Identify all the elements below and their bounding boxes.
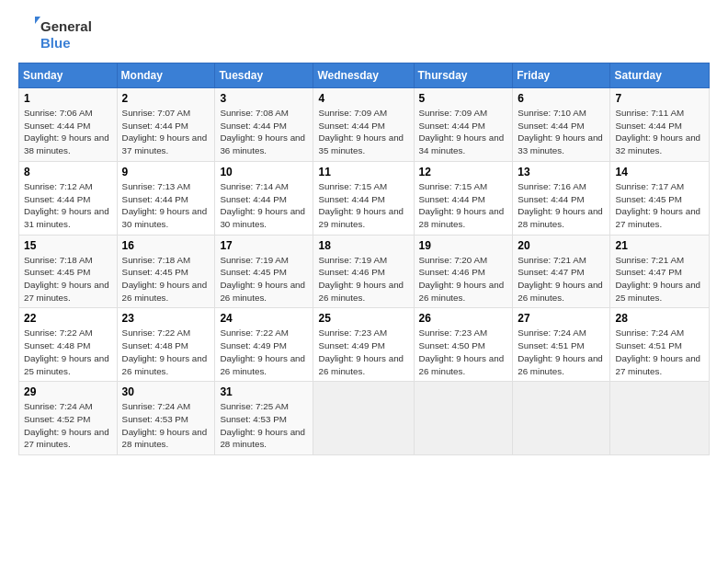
day-info: Sunrise: 7:15 AMSunset: 4:44 PMDaylight:… <box>318 180 408 231</box>
day-info: Sunrise: 7:14 AMSunset: 4:44 PMDaylight:… <box>220 180 308 231</box>
day-info: Sunrise: 7:19 AMSunset: 4:46 PMDaylight:… <box>318 254 408 304</box>
svg-text:Blue: Blue <box>40 35 71 51</box>
calendar-cell: 16Sunrise: 7:18 AMSunset: 4:45 PMDayligh… <box>117 235 215 308</box>
day-info: Sunrise: 7:19 AMSunset: 4:45 PMDaylight:… <box>220 254 308 304</box>
calendar-cell: 6Sunrise: 7:10 AMSunset: 4:44 PMDaylight… <box>513 88 610 162</box>
day-number: 24 <box>220 312 308 325</box>
calendar-header-saturday: Saturday <box>610 63 710 88</box>
calendar-cell: 10Sunrise: 7:14 AMSunset: 4:44 PMDayligh… <box>215 161 313 235</box>
calendar-header-monday: Monday <box>117 63 215 88</box>
day-info: Sunrise: 7:11 AMSunset: 4:44 PMDaylight:… <box>615 107 704 157</box>
calendar-cell: 14Sunrise: 7:17 AMSunset: 4:45 PMDayligh… <box>610 161 710 235</box>
page-container: General Blue SundayMondayTuesdayWednesda… <box>0 0 728 563</box>
calendar-cell: 26Sunrise: 7:23 AMSunset: 4:50 PMDayligh… <box>414 308 513 382</box>
day-number: 15 <box>24 239 112 252</box>
day-info: Sunrise: 7:21 AMSunset: 4:47 PMDaylight:… <box>615 254 704 304</box>
day-number: 3 <box>220 92 308 105</box>
logo: General Blue <box>18 15 101 53</box>
day-info: Sunrise: 7:22 AMSunset: 4:49 PMDaylight:… <box>220 327 308 377</box>
calendar-cell: 24Sunrise: 7:22 AMSunset: 4:49 PMDayligh… <box>215 308 313 382</box>
calendar-week-row: 29Sunrise: 7:24 AMSunset: 4:52 PMDayligh… <box>19 382 710 455</box>
day-info: Sunrise: 7:24 AMSunset: 4:52 PMDaylight:… <box>24 400 112 451</box>
calendar-cell: 22Sunrise: 7:22 AMSunset: 4:48 PMDayligh… <box>19 308 118 382</box>
calendar-cell: 19Sunrise: 7:20 AMSunset: 4:46 PMDayligh… <box>414 235 513 308</box>
calendar-cell: 2Sunrise: 7:07 AMSunset: 4:44 PMDaylight… <box>117 88 215 162</box>
day-info: Sunrise: 7:24 AMSunset: 4:51 PMDaylight:… <box>518 327 605 377</box>
day-info: Sunrise: 7:20 AMSunset: 4:46 PMDaylight:… <box>419 254 508 304</box>
day-number: 19 <box>419 239 508 252</box>
day-number: 14 <box>615 166 704 178</box>
calendar-cell: 7Sunrise: 7:11 AMSunset: 4:44 PMDaylight… <box>610 88 710 162</box>
day-number: 11 <box>318 166 408 178</box>
calendar-cell <box>610 382 710 455</box>
day-number: 12 <box>419 166 508 178</box>
calendar-table: SundayMondayTuesdayWednesdayThursdayFrid… <box>18 63 710 455</box>
calendar-week-row: 15Sunrise: 7:18 AMSunset: 4:45 PMDayligh… <box>19 235 710 308</box>
day-info: Sunrise: 7:07 AMSunset: 4:44 PMDaylight:… <box>122 107 210 157</box>
day-number: 25 <box>318 312 408 325</box>
calendar-header-friday: Friday <box>513 63 610 88</box>
day-info: Sunrise: 7:12 AMSunset: 4:44 PMDaylight:… <box>24 180 112 231</box>
day-info: Sunrise: 7:22 AMSunset: 4:48 PMDaylight:… <box>24 327 112 377</box>
calendar-cell: 25Sunrise: 7:23 AMSunset: 4:49 PMDayligh… <box>313 308 414 382</box>
day-number: 29 <box>24 385 112 398</box>
calendar-header-wednesday: Wednesday <box>313 63 414 88</box>
calendar-week-row: 22Sunrise: 7:22 AMSunset: 4:48 PMDayligh… <box>19 308 710 382</box>
day-number: 5 <box>419 92 508 105</box>
calendar-cell: 30Sunrise: 7:24 AMSunset: 4:53 PMDayligh… <box>117 382 215 455</box>
calendar-cell: 15Sunrise: 7:18 AMSunset: 4:45 PMDayligh… <box>19 235 118 308</box>
calendar-cell: 9Sunrise: 7:13 AMSunset: 4:44 PMDaylight… <box>117 161 215 235</box>
calendar-cell: 23Sunrise: 7:22 AMSunset: 4:48 PMDayligh… <box>117 308 215 382</box>
day-number: 6 <box>518 92 605 105</box>
calendar-cell: 21Sunrise: 7:21 AMSunset: 4:47 PMDayligh… <box>610 235 710 308</box>
day-number: 21 <box>615 239 704 252</box>
day-info: Sunrise: 7:15 AMSunset: 4:44 PMDaylight:… <box>419 180 508 231</box>
day-info: Sunrise: 7:13 AMSunset: 4:44 PMDaylight:… <box>122 180 210 231</box>
calendar-cell: 27Sunrise: 7:24 AMSunset: 4:51 PMDayligh… <box>513 308 610 382</box>
day-number: 17 <box>220 239 308 252</box>
svg-text:General: General <box>40 18 92 34</box>
day-info: Sunrise: 7:22 AMSunset: 4:48 PMDaylight:… <box>122 327 210 377</box>
calendar-header-tuesday: Tuesday <box>215 63 313 88</box>
calendar-header-sunday: Sunday <box>19 63 118 88</box>
day-info: Sunrise: 7:08 AMSunset: 4:44 PMDaylight:… <box>220 107 308 157</box>
calendar-cell: 5Sunrise: 7:09 AMSunset: 4:44 PMDaylight… <box>414 88 513 162</box>
day-number: 10 <box>220 166 308 178</box>
day-number: 23 <box>122 312 210 325</box>
day-info: Sunrise: 7:06 AMSunset: 4:44 PMDaylight:… <box>24 107 112 157</box>
day-info: Sunrise: 7:25 AMSunset: 4:53 PMDaylight:… <box>220 400 308 451</box>
day-number: 31 <box>220 385 308 398</box>
calendar-cell: 20Sunrise: 7:21 AMSunset: 4:47 PMDayligh… <box>513 235 610 308</box>
logo-svg: General Blue <box>18 15 101 53</box>
day-number: 26 <box>419 312 508 325</box>
day-number: 1 <box>24 92 112 105</box>
calendar-cell <box>513 382 610 455</box>
day-info: Sunrise: 7:16 AMSunset: 4:44 PMDaylight:… <box>518 180 605 231</box>
calendar-cell <box>313 382 414 455</box>
header: General Blue <box>18 15 710 53</box>
day-number: 18 <box>318 239 408 252</box>
day-info: Sunrise: 7:24 AMSunset: 4:51 PMDaylight:… <box>615 327 704 377</box>
calendar-cell: 13Sunrise: 7:16 AMSunset: 4:44 PMDayligh… <box>513 161 610 235</box>
calendar-week-row: 8Sunrise: 7:12 AMSunset: 4:44 PMDaylight… <box>19 161 710 235</box>
calendar-header-thursday: Thursday <box>414 63 513 88</box>
day-info: Sunrise: 7:10 AMSunset: 4:44 PMDaylight:… <box>518 107 605 157</box>
day-info: Sunrise: 7:17 AMSunset: 4:45 PMDaylight:… <box>615 180 704 231</box>
day-number: 8 <box>24 166 112 178</box>
calendar-week-row: 1Sunrise: 7:06 AMSunset: 4:44 PMDaylight… <box>19 88 710 162</box>
calendar-header-row: SundayMondayTuesdayWednesdayThursdayFrid… <box>19 63 710 88</box>
calendar-cell <box>414 382 513 455</box>
day-info: Sunrise: 7:09 AMSunset: 4:44 PMDaylight:… <box>318 107 408 157</box>
day-info: Sunrise: 7:09 AMSunset: 4:44 PMDaylight:… <box>419 107 508 157</box>
calendar-cell: 29Sunrise: 7:24 AMSunset: 4:52 PMDayligh… <box>19 382 118 455</box>
day-info: Sunrise: 7:21 AMSunset: 4:47 PMDaylight:… <box>518 254 605 304</box>
day-number: 16 <box>122 239 210 252</box>
day-number: 2 <box>122 92 210 105</box>
day-number: 7 <box>615 92 704 105</box>
day-info: Sunrise: 7:18 AMSunset: 4:45 PMDaylight:… <box>24 254 112 304</box>
day-info: Sunrise: 7:23 AMSunset: 4:49 PMDaylight:… <box>318 327 408 377</box>
calendar-cell: 8Sunrise: 7:12 AMSunset: 4:44 PMDaylight… <box>19 161 118 235</box>
day-number: 9 <box>122 166 210 178</box>
calendar-cell: 12Sunrise: 7:15 AMSunset: 4:44 PMDayligh… <box>414 161 513 235</box>
calendar-cell: 31Sunrise: 7:25 AMSunset: 4:53 PMDayligh… <box>215 382 313 455</box>
